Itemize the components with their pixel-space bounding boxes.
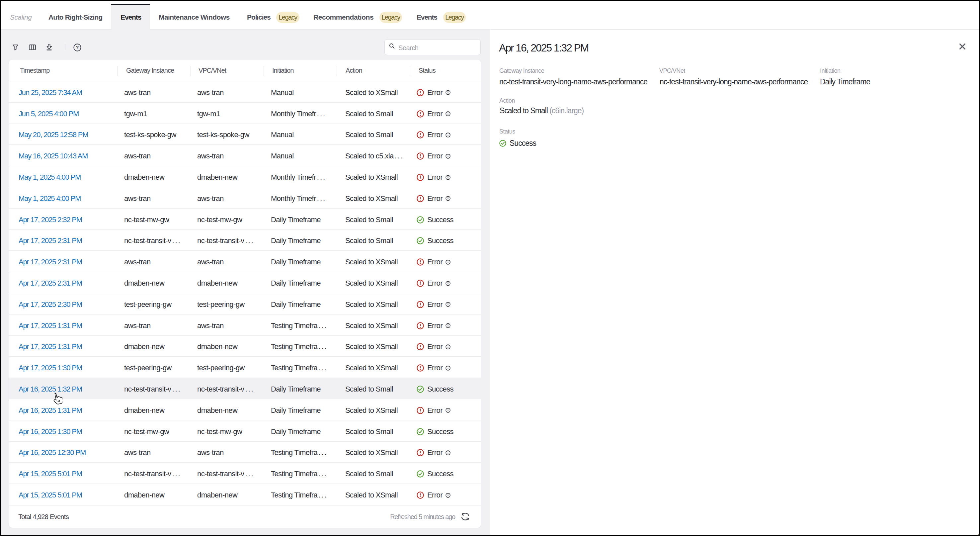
svg-text:?: ? [76, 45, 79, 50]
